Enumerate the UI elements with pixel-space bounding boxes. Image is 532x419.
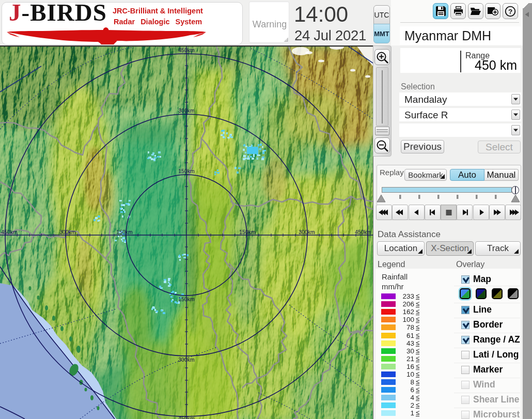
- svg-text:450km: 450km: [355, 229, 371, 235]
- svg-text:450km: 450km: [178, 415, 195, 419]
- svg-text:150km: 150km: [178, 296, 195, 302]
- svg-text:?: ?: [508, 8, 512, 15]
- svg-text:450km: 450km: [178, 47, 195, 53]
- svg-text:150km: 150km: [116, 229, 133, 235]
- svg-text:300km: 300km: [178, 107, 195, 114]
- svg-text:300km: 300km: [178, 356, 195, 363]
- svg-text:150km: 150km: [178, 168, 195, 174]
- svg-text:450km: 450km: [1, 229, 18, 235]
- svg-text:150km: 150km: [239, 229, 256, 235]
- svg-text:300km: 300km: [299, 229, 315, 235]
- svg-text:300km: 300km: [59, 229, 76, 235]
